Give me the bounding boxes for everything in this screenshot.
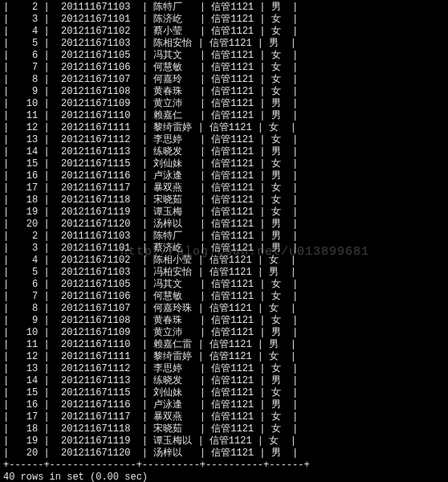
table-row: | 12 | 201211671111 | 黎绮雷婷 | 信管1121 | 女 …: [3, 122, 445, 134]
table-row: | 4 | 201211671102 | 蔡小莹 | 信管1121 | 女 |: [3, 26, 445, 38]
table-row: | 7 | 201211671106 | 何慧敏 | 信管1121 | 女 |: [3, 291, 445, 303]
table-row: | 13 | 201211671112 | 李思婷 | 信管1121 | 女 |: [3, 134, 445, 146]
table-row: | 9 | 201211671108 | 黄春珠 | 信管1121 | 女 |: [3, 315, 445, 327]
table-row: | 10 | 201211671109 | 黄立沛 | 信管1121 | 男 |: [3, 98, 445, 110]
table-row: | 11 | 201211671110 | 赖嘉仁 | 信管1121 | 男 |: [3, 110, 445, 122]
table-row: | 20 | 201211671120 | 汤梓以 | 信管1121 | 男 |: [3, 447, 445, 460]
table-row: | 16 | 201211671116 | 卢泳逢 | 信管1121 | 男 |: [3, 399, 445, 411]
table-row: | 17 | 201211671117 | 暴双燕 | 信管1121 | 女 |: [3, 411, 445, 423]
table-row: | 18 | 201211671118 | 宋晓茹 | 信管1121 | 女 |: [3, 194, 445, 206]
table-row: | 9 | 201211671108 | 黄春珠 | 信管1121 | 女 |: [3, 86, 445, 98]
rows-summary: 40 rows in set (0.00 sec): [3, 472, 445, 482]
table-row: | 2 | 201111671103 | 陈特厂 | 信管1121 | 男 |: [3, 231, 445, 243]
table-row: | 16 | 201211671116 | 卢泳逢 | 信管1121 | 男 |: [3, 170, 445, 182]
table-row: | 8 | 201211671107 | 何嘉玲珠 | 信管1121 | 女 |: [3, 303, 445, 315]
table-row: | 13 | 201211671112 | 李思婷 | 信管1121 | 女 |: [3, 363, 445, 375]
table-row: | 7 | 201211671106 | 何慧敏 | 信管1121 | 女 |: [3, 62, 445, 74]
table-row: | 8 | 201211671107 | 何嘉玲 | 信管1121 | 女 |: [3, 74, 445, 86]
table-row: | 5 | 201211671103 | 冯柏安怡 | 信管1121 | 男 |: [3, 267, 445, 279]
table-row: | 15 | 201211671115 | 刘仙妹 | 信管1121 | 女 |: [3, 387, 445, 399]
table-row: | 11 | 201211671110 | 赖嘉仁雷 | 信管1121 | 男 …: [3, 339, 445, 351]
table-row: | 3 | 201211671101 | 蔡济屹 | 信管1121 | 男 |: [3, 243, 445, 255]
table-row: | 3 | 201211671101 | 陈济屹 | 信管1121 | 女 |: [3, 14, 445, 26]
table-row: | 19 | 201211671119 | 谭玉梅 | 信管1121 | 女 |: [3, 206, 445, 219]
table-row: | 14 | 201211671113 | 练晓发 | 信管1121 | 男 |: [3, 375, 445, 387]
table-row: | 15 | 201211671115 | 刘仙妹 | 信管1121 | 女 |: [3, 158, 445, 170]
table-row: | 17 | 201211671117 | 暴双燕 | 信管1121 | 女 |: [3, 182, 445, 194]
table-row: | 12 | 201211671111 | 黎绮雷婷 | 信管1121 | 女 …: [3, 351, 445, 363]
table-row: | 6 | 201211671105 | 冯其文 | 信管1121 | 女 |: [3, 50, 445, 62]
table-row: | 4 | 201211671102 | 陈相小莹 | 信管1121 | 女 |: [3, 255, 445, 267]
table-row: | 6 | 201211671105 | 冯其文 | 信管1121 | 女 |: [3, 279, 445, 291]
table-separator: +------+---------------+----------+-----…: [3, 460, 445, 472]
table-row: | 19 | 201211671119 | 谭玉梅以 | 信管1121 | 女 …: [3, 435, 445, 447]
table-row: | 10 | 201211671109 | 黄立沛 | 信管1121 | 男 |: [3, 327, 445, 339]
table-row: | 14 | 201211671113 | 练晓发 | 信管1121 | 男 |: [3, 146, 445, 158]
query-result-table: | 2 | 201111671103 | 陈特厂 | 信管1121 | 男 ||…: [3, 2, 445, 460]
table-row: | 5 | 201211671103 | 陈相安怡 | 信管1121 | 男 |: [3, 38, 445, 50]
table-row: | 20 | 201211671120 | 汤梓以 | 信管1121 | 男 |: [3, 219, 445, 231]
table-row: | 2 | 201111671103 | 陈特厂 | 信管1121 | 男 |: [3, 2, 445, 14]
table-row: | 18 | 201211671118 | 宋晓茹 | 信管1121 | 女 |: [3, 423, 445, 435]
